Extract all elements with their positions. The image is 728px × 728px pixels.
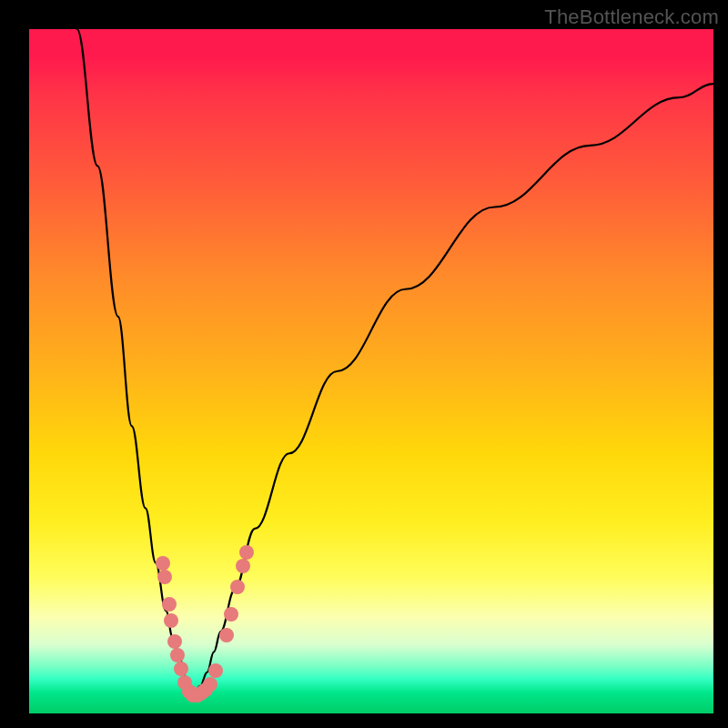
data-marker	[170, 648, 185, 662]
data-marker	[219, 628, 234, 642]
data-marker	[174, 662, 188, 676]
data-marker	[236, 559, 250, 573]
data-marker	[224, 607, 238, 622]
plot-area	[29, 29, 713, 713]
data-marker	[162, 597, 177, 612]
watermark-text: TheBottleneck.com	[544, 5, 719, 29]
data-marker	[208, 663, 223, 678]
data-marker	[203, 677, 217, 692]
chart-frame: TheBottleneck.com	[0, 0, 728, 728]
data-marker	[157, 570, 172, 584]
data-marker	[230, 580, 245, 594]
bottleneck-curve	[29, 29, 713, 713]
data-marker	[167, 634, 182, 649]
data-marker	[164, 613, 178, 628]
data-marker	[156, 556, 170, 571]
data-marker	[239, 545, 254, 560]
